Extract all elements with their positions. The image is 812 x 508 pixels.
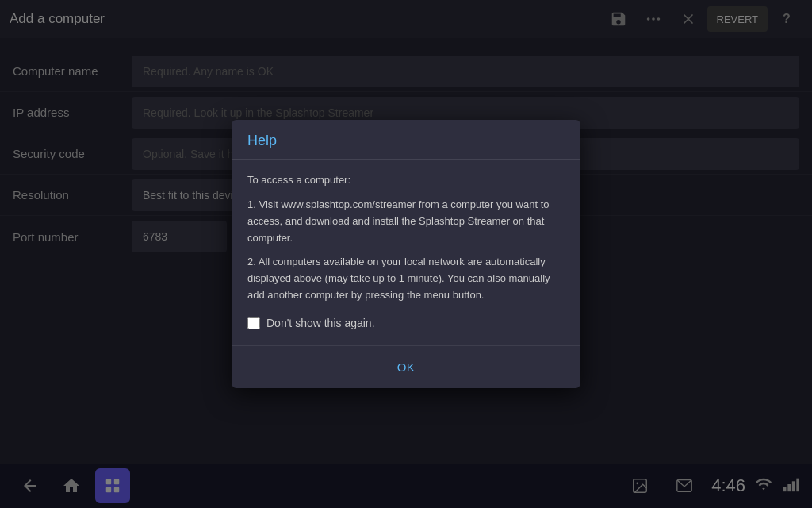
dialog-ok-button[interactable]: OK <box>381 356 431 379</box>
dialog-title: Help <box>247 133 277 148</box>
dialog-footer: OK <box>232 345 580 388</box>
dialog-body: To access a computer: 1. Visit www.splas… <box>232 160 580 345</box>
dont-show-row: Don't show this again. <box>247 317 565 329</box>
help-dialog: Help To access a computer: 1. Visit www.… <box>232 120 580 388</box>
dont-show-label[interactable]: Don't show this again. <box>266 317 375 329</box>
dont-show-checkbox[interactable] <box>247 317 260 329</box>
dialog-overlay: Help To access a computer: 1. Visit www.… <box>0 0 812 508</box>
dialog-header: Help <box>232 120 580 160</box>
dialog-step2: 2. All computers available on your local… <box>247 254 565 303</box>
access-title: To access a computer: <box>247 172 565 189</box>
dialog-step1: 1. Visit www.splashtop.com/streamer from… <box>247 197 565 246</box>
